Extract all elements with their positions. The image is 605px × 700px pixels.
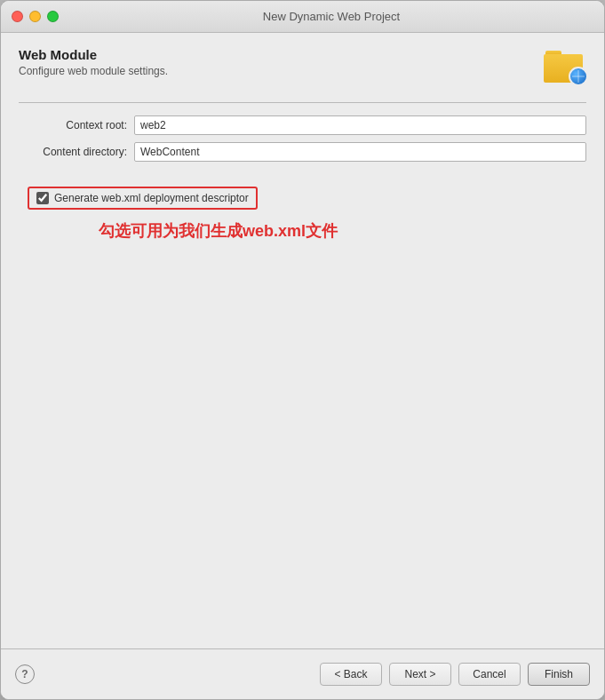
help-button[interactable]: ? — [15, 664, 35, 684]
header-divider — [19, 102, 586, 103]
window-title: New Dynamic Web Project — [69, 10, 593, 23]
close-button[interactable] — [12, 11, 23, 22]
content-directory-row: Content directory: — [19, 142, 586, 162]
checkbox-label: Generate web.xml deployment descriptor — [54, 192, 249, 204]
section-subtitle: Configure web module settings. — [19, 65, 168, 77]
context-root-row: Context root: — [19, 115, 586, 135]
content-directory-label: Content directory: — [19, 146, 134, 158]
context-root-label: Context root: — [19, 119, 134, 131]
cancel-button[interactable]: Cancel — [458, 663, 521, 686]
minimize-button[interactable] — [29, 11, 41, 22]
next-button[interactable]: Next > — [389, 663, 451, 686]
header-text: Web Module Configure web module settings… — [19, 47, 168, 77]
section-title: Web Module — [19, 47, 168, 62]
annotation-text: 勾选可用为我们生成web.xml文件 — [99, 220, 586, 242]
spacer — [19, 242, 586, 648]
content-area: Web Module Configure web module settings… — [1, 33, 604, 649]
globe-icon — [569, 67, 588, 86]
title-bar: New Dynamic Web Project — [1, 1, 604, 33]
context-root-input[interactable] — [134, 115, 586, 135]
back-button[interactable]: < Back — [320, 663, 382, 686]
checkbox-section: Generate web.xml deployment descriptor — [28, 187, 586, 210]
checkbox-container: Generate web.xml deployment descriptor — [28, 187, 258, 210]
header-section: Web Module Configure web module settings… — [19, 47, 586, 90]
content-directory-input[interactable] — [134, 142, 586, 162]
web-module-icon — [544, 47, 586, 90]
button-bar: ? < Back Next > Cancel Finish — [1, 649, 604, 699]
finish-button[interactable]: Finish — [528, 663, 590, 686]
generate-xml-checkbox[interactable] — [36, 192, 49, 204]
form-section: Context root: Content directory: — [19, 115, 586, 169]
main-window: New Dynamic Web Project Web Module Confi… — [0, 0, 605, 700]
window-controls — [12, 11, 59, 22]
maximize-button[interactable] — [47, 11, 59, 22]
